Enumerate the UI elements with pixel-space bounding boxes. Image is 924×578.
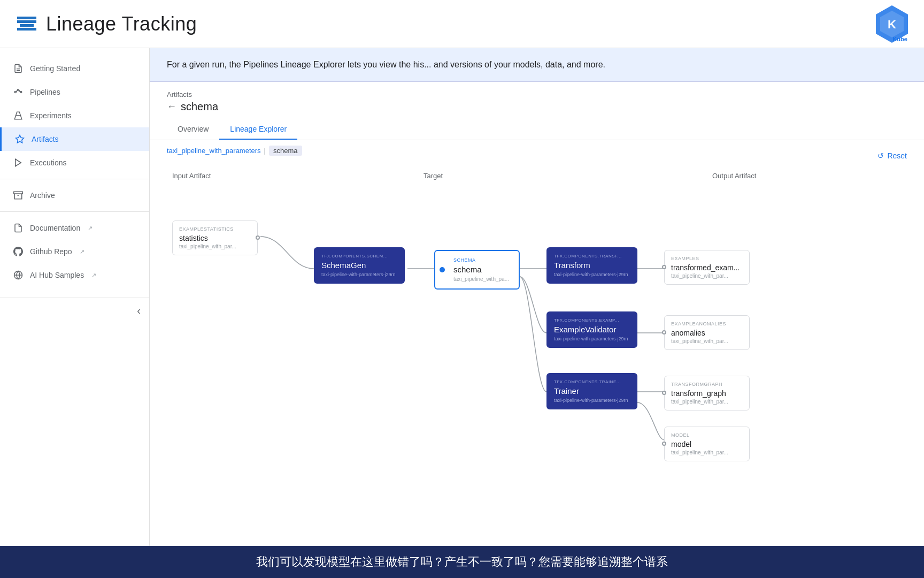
description-bar: For a given run, the Pipelines Lineage E… xyxy=(150,48,924,82)
sidebar-item-archive[interactable]: Archive xyxy=(0,184,149,207)
reset-icon: ↺ xyxy=(877,151,884,160)
out-name-model: model xyxy=(671,440,743,448)
tab-overview[interactable]: Overview xyxy=(167,119,219,140)
tabs: Overview Lineage Explorer xyxy=(150,119,924,140)
sidebar-label-pipelines: Pipelines xyxy=(30,88,60,96)
sidebar-item-executions[interactable]: Executions xyxy=(0,151,149,174)
sidebar-item-github[interactable]: Github Repo ↗ xyxy=(0,240,149,263)
node-name-statistics: statistics xyxy=(179,234,251,242)
sidebar-label-artifacts: Artifacts xyxy=(32,135,59,143)
svg-rect-2 xyxy=(20,24,34,27)
col-header-output: Output Artifact xyxy=(712,172,756,180)
svg-point-10 xyxy=(14,92,16,93)
sidebar-label-executions: Executions xyxy=(30,158,66,167)
sidebar-label-documentation: Documentation xyxy=(30,224,80,232)
artifact-title-row: ← schema xyxy=(167,101,907,113)
artifact-title: schema xyxy=(181,101,218,113)
pipeline-breadcrumb: taxi_pipeline_with_parameters | schema xyxy=(150,140,924,161)
sidebar: Getting Started Pipelines Experiments xyxy=(0,48,150,546)
node-sub-statistics: taxi_pipeline_with_par... xyxy=(179,244,251,249)
out-sub-anomalies: taxi_pipeline_with_par... xyxy=(671,338,743,344)
target-sub: taxi_pipeline_with_pa... xyxy=(453,276,511,282)
exec-name-trainer: Trainer xyxy=(554,386,630,396)
sidebar-item-aihub[interactable]: AI Hub Samples ↗ xyxy=(0,263,149,287)
col-header-target: Target xyxy=(424,172,584,180)
doc-icon xyxy=(13,223,24,233)
exec-sub-examplevalidator: taxi-pipeline-with-parameters-j29rn xyxy=(554,336,630,341)
svg-rect-0 xyxy=(17,17,36,19)
exec-sub-transform: taxi-pipeline-with-parameters-j29rn xyxy=(554,272,630,277)
sidebar-item-documentation[interactable]: Documentation ↗ xyxy=(0,216,149,240)
exec-name-schemagen: SchemaGen xyxy=(321,261,397,270)
reset-button[interactable]: ↺ Reset xyxy=(877,151,907,160)
out-sub-model: taxi_pipeline_with_par... xyxy=(671,450,743,455)
svg-point-12 xyxy=(20,92,22,93)
sidebar-divider-2 xyxy=(0,211,149,212)
node-model[interactable]: MODEL model taxi_pipeline_with_par... xyxy=(664,427,750,461)
subtitle-text: 我们可以发现模型在这里做错了吗？产生不一致了吗？您需要能够追溯整个谱系 xyxy=(256,554,668,570)
external-link-icon: ↗ xyxy=(88,225,93,232)
sidebar-label-github: Github Repo xyxy=(30,247,72,256)
reset-label: Reset xyxy=(887,151,907,160)
sidebar-label-aihub: AI Hub Samples xyxy=(30,271,84,279)
pipeline-current-item: schema xyxy=(269,146,302,156)
node-anomalies[interactable]: EXAMPLEANOMALIES anomalies taxi_pipeline… xyxy=(664,315,750,350)
tab-lineage-explorer[interactable]: Lineage Explorer xyxy=(219,119,297,140)
out-name-examples: transformed_exam... xyxy=(671,263,743,272)
kubeflow-logo-area: K Kube xyxy=(871,0,924,48)
svg-line-13 xyxy=(16,90,17,92)
exec-sub-schemagen: taxi-pipeline-with-parameters-j29rn xyxy=(321,272,397,277)
main-layout: Getting Started Pipelines Experiments xyxy=(0,48,924,546)
out-name-anomalies: anomalies xyxy=(671,329,743,337)
sidebar-item-getting-started[interactable]: Getting Started xyxy=(0,57,149,80)
svg-point-11 xyxy=(18,89,19,91)
subtitle-bar: 我们可以发现模型在这里做错了吗？产生不一致了吗？您需要能够追溯整个谱系 xyxy=(0,546,924,578)
sidebar-item-pipelines[interactable]: Pipelines xyxy=(0,80,149,104)
svg-rect-17 xyxy=(14,192,23,194)
exec-name-transform: Transform xyxy=(554,261,630,270)
sidebar-collapse-button[interactable]: ‹ xyxy=(0,298,149,323)
node-transformed-examples[interactable]: EXAMPLES transformed_exam... taxi_pipeli… xyxy=(664,250,750,285)
sidebar-label-archive: Archive xyxy=(30,191,55,200)
pipeline-icon xyxy=(13,87,24,97)
sidebar-divider-1 xyxy=(0,179,149,179)
svg-marker-16 xyxy=(16,159,21,166)
description-text: For a given run, the Pipelines Lineage E… xyxy=(167,60,605,69)
node-statistics[interactable]: EXAMPLESTATISTICS statistics taxi_pipeli… xyxy=(172,220,258,255)
out-sub-examples: taxi_pipeline_with_par... xyxy=(671,273,743,279)
exec-tag-transform: TFX.COMPONENTS.TRANSF... xyxy=(554,254,630,258)
node-examplevalidator[interactable]: TFX.COMPONENTS.EXAMP... ExampleValidator… xyxy=(546,311,637,348)
sidebar-item-experiments[interactable]: Experiments xyxy=(0,104,149,127)
document-icon xyxy=(13,63,24,74)
ibm-logo xyxy=(17,14,36,34)
node-trainer[interactable]: TFX.COMPONENTS.TRAINE... Trainer taxi-pi… xyxy=(546,373,637,409)
sidebar-item-artifacts[interactable]: Artifacts xyxy=(0,127,149,151)
node-schemagen[interactable]: TFX.COMPONENTS.SCHEM... SchemaGen taxi-p… xyxy=(314,247,405,284)
target-name: schema xyxy=(453,265,511,274)
kubeflow-logo: K Kube xyxy=(871,3,913,45)
out-tag-anomalies: EXAMPLEANOMALIES xyxy=(671,321,743,326)
diagram-headers: Input Artifact Target Output Artifact xyxy=(167,172,907,180)
out-tag-examples: EXAMPLES xyxy=(671,256,743,261)
artifact-view: Artifacts ← schema Overview Lineage Expl… xyxy=(150,82,924,546)
github-icon xyxy=(13,246,24,257)
svg-rect-1 xyxy=(17,20,36,23)
svg-marker-15 xyxy=(16,135,24,143)
svg-rect-3 xyxy=(17,28,36,31)
node-transform[interactable]: TFX.COMPONENTS.TRANSF... Transform taxi-… xyxy=(546,247,637,284)
pipeline-path-link[interactable]: taxi_pipeline_with_parameters xyxy=(167,147,261,155)
back-button[interactable]: ← xyxy=(167,101,176,112)
archive-icon xyxy=(13,190,24,201)
out-tag-transformgraph: TRANSFORMGRAPH xyxy=(671,382,743,387)
target-tag: SCHEMA xyxy=(453,257,511,263)
node-schema-target[interactable]: SCHEMA schema taxi_pipeline_with_pa... xyxy=(434,250,520,290)
sidebar-label-experiments: Experiments xyxy=(30,111,72,120)
out-tag-model: MODEL xyxy=(671,432,743,438)
sidebar-label-getting-started: Getting Started xyxy=(30,64,80,73)
svg-line-14 xyxy=(19,90,20,92)
aihub-icon xyxy=(13,270,24,280)
node-transformgraph[interactable]: TRANSFORMGRAPH transform_graph taxi_pipe… xyxy=(664,376,750,410)
exec-tag-schemagen: TFX.COMPONENTS.SCHEM... xyxy=(321,254,397,258)
artifact-icon xyxy=(14,134,25,144)
out-name-transformgraph: transform_graph xyxy=(671,389,743,398)
